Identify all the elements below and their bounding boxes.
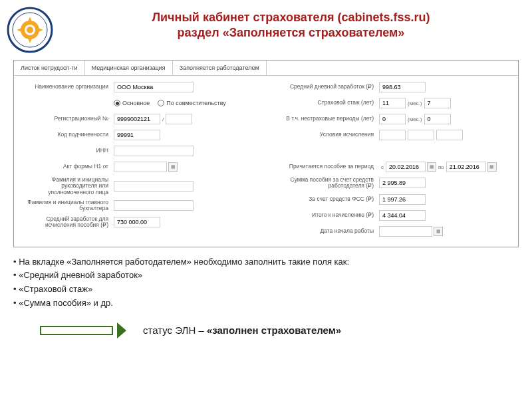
bullet-list: На вкладке «Заполняется работодателем» н… — [13, 255, 519, 311]
buh-input[interactable] — [114, 200, 194, 211]
tab-employer-fill[interactable]: Заполняется работодателем — [173, 61, 267, 75]
cond-input-1[interactable] — [379, 130, 406, 140]
buh-label: Фамилия и инициалы главного бухгалтера — [21, 200, 114, 212]
nonins-years-input[interactable]: 0 — [379, 114, 406, 124]
radio-sec-label: По совместительству — [166, 100, 225, 106]
org-name-label: Наименование организации — [21, 84, 114, 90]
status-prefix: статус ЭЛН – — [143, 325, 207, 336]
slide-header: Личный кабинет страхователя (cabinets.fs… — [0, 0, 532, 57]
arrow-icon — [40, 324, 126, 337]
benefit-label: Причитается пособие за период — [273, 164, 379, 170]
sum-emp-input[interactable]: 2 995.89 — [379, 178, 426, 188]
employment-type-radio[interactable]: Основное По совместительству — [114, 100, 226, 106]
slide-title: Личный кабинет страхователя (cabinets.fs… — [63, 7, 519, 41]
radio-main-dot[interactable] — [114, 100, 120, 106]
from-lbl: с — [381, 164, 384, 170]
mes-label-2: (мес.) — [408, 116, 422, 122]
nonins-months-input[interactable]: 0 — [424, 114, 451, 124]
code-input[interactable]: 99991 — [114, 130, 160, 140]
bullet-4: «Сумма пособия» и др. — [13, 297, 519, 311]
org-name-input[interactable]: ООО Москва — [114, 82, 194, 92]
slash: / — [162, 116, 164, 122]
status-row: статус ЭЛН – «заполнен страхователем» — [40, 324, 519, 337]
bullet-2: «Средний дневной заработок» — [13, 269, 519, 283]
status-value: «заполнен страхователем» — [207, 325, 341, 336]
radio-main-label: Основное — [122, 100, 150, 106]
form-body: Наименование организации ООО Москва Осно… — [14, 76, 518, 247]
right-column: Средний дневной заработок (₽) 998.63 Стр… — [273, 81, 511, 241]
cond-label: Условия исчисления — [273, 132, 379, 138]
sum-fss-input[interactable]: 1 997.26 — [379, 194, 426, 205]
daily-input[interactable]: 998.63 — [379, 82, 426, 92]
total-label: Итого к начислению (₽) — [273, 212, 379, 218]
inn-label: ИНН — [21, 148, 114, 154]
fss-logo — [7, 7, 53, 53]
to-lbl: по — [438, 164, 444, 170]
avg-input[interactable]: 730 000.00 — [114, 217, 160, 227]
stazh-label: Страховой стаж (лет) — [273, 100, 379, 106]
nonins-label: В т.ч. нестраховые периоды (лет) — [273, 116, 379, 122]
akt-date-input[interactable] — [114, 162, 167, 172]
tab-med-org[interactable]: Медицинская организация — [85, 61, 173, 75]
left-column: Наименование организации ООО Москва Осно… — [21, 81, 259, 241]
svg-point-4 — [27, 27, 33, 33]
bullet-1: На вкладке «Заполняется работодателем» н… — [13, 255, 519, 269]
bullet-3: «Страховой стаж» — [13, 283, 519, 297]
cond-input-2[interactable] — [408, 130, 434, 140]
total-input[interactable]: 4 344.04 — [379, 210, 426, 221]
reg-num-label: Регистрационный № — [21, 116, 114, 122]
inn-input[interactable] — [114, 146, 194, 156]
code-label: Код подчиненности — [21, 132, 114, 138]
tab-bar: Листок нетрудосп-ти Медицинская организа… — [14, 61, 518, 76]
start-label: Дата начала работы — [273, 228, 379, 234]
radio-sec-dot[interactable] — [158, 100, 164, 106]
date-to-input[interactable]: 21.02.2016 — [446, 162, 486, 172]
stazh-years-input[interactable]: 11 — [379, 98, 406, 108]
date-from-input[interactable]: 20.02.2016 — [386, 162, 426, 172]
avg-label: Средний заработок для исчисления пособия… — [21, 216, 114, 229]
reg-num-input-2[interactable] — [166, 114, 192, 124]
fio-label: Фамилия и инициалы руководителя или упол… — [21, 177, 114, 196]
calendar-icon[interactable]: ▦ — [168, 162, 178, 172]
reg-num-input[interactable]: 9999002121 — [114, 114, 160, 124]
daily-label: Средний дневной заработок (₽) — [273, 84, 379, 90]
form-screenshot: Листок нетрудосп-ти Медицинская организа… — [13, 60, 519, 247]
sum-emp-label: Сумма пособия за счет средств работодате… — [273, 177, 379, 190]
fio-input[interactable] — [114, 181, 194, 192]
title-line-2: раздел «Заполняется страхователем» — [63, 25, 519, 41]
calendar-icon[interactable]: ▦ — [434, 227, 443, 236]
calendar-icon[interactable]: ▦ — [427, 162, 436, 172]
start-date-input[interactable] — [379, 226, 432, 237]
stazh-months-input[interactable]: 7 — [424, 98, 451, 108]
akt-label: Акт формы Н1 от — [21, 164, 114, 170]
cond-input-3[interactable] — [436, 130, 463, 140]
sum-fss-label: За счет средств ФСС (₽) — [273, 196, 379, 202]
tab-disability-sheet[interactable]: Листок нетрудосп-ти — [14, 61, 85, 75]
calendar-icon[interactable]: ▦ — [487, 162, 497, 172]
mes-label-1: (мес.) — [408, 100, 422, 106]
status-text: статус ЭЛН – «заполнен страхователем» — [143, 325, 341, 336]
title-line-1: Личный кабинет страхователя (cabinets.fs… — [63, 10, 519, 25]
